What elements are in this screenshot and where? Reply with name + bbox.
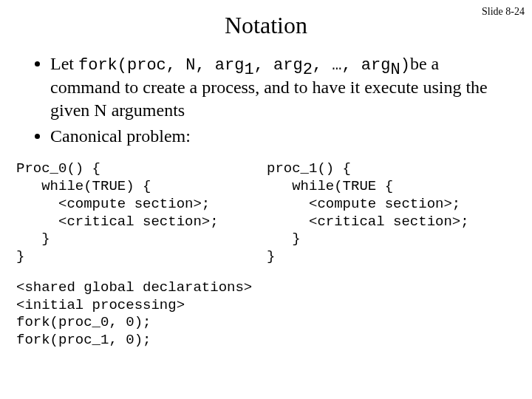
code-columns: Proc_0() { while(TRUE) { <compute sectio… bbox=[15, 160, 517, 266]
bullet-list: Let fork(proc, N, arg1, arg2, …, argN)be… bbox=[22, 52, 510, 147]
bullet1-sub1: 1 bbox=[244, 61, 253, 79]
code-block-proc0: Proc_0() { while(TRUE) { <compute sectio… bbox=[15, 160, 267, 266]
bullet1-code4: ) bbox=[400, 56, 410, 75]
bullet-item-2: Canonical problem: bbox=[50, 125, 510, 148]
code-block-shared: <shared global declarations> <initial pr… bbox=[15, 279, 517, 349]
bullet-item-1: Let fork(proc, N, arg1, arg2, …, argN)be… bbox=[50, 52, 510, 122]
slide-title: Notation bbox=[15, 12, 517, 39]
bullet1-sub3: N bbox=[390, 61, 400, 79]
bullet1-sub2: 2 bbox=[303, 61, 313, 79]
slide: Slide 8-24 Notation Let fork(proc, N, ar… bbox=[0, 0, 532, 399]
slide-number: Slide 8-24 bbox=[482, 6, 525, 18]
bullet1-code3: , …, arg bbox=[313, 56, 391, 75]
code-block-proc1: proc_1() { while(TRUE { <compute section… bbox=[267, 160, 517, 266]
bullet1-code1: fork(proc, N, arg bbox=[78, 56, 244, 75]
bullet1-code2: , arg bbox=[254, 56, 303, 75]
bullet1-text1: Let bbox=[50, 54, 78, 73]
